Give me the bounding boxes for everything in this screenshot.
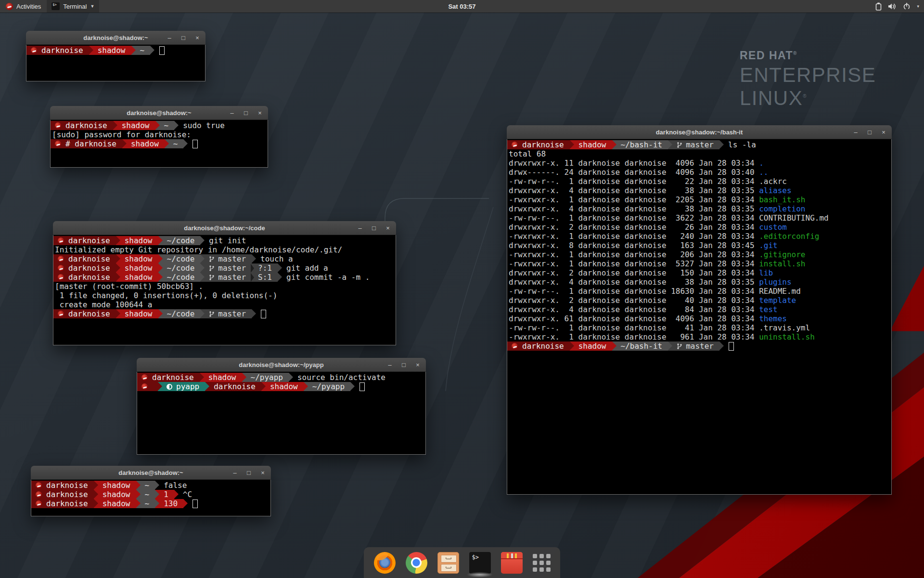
terminal-line: darknoiseshadow~/codemasterS:1git commit…	[53, 273, 396, 282]
terminal-line: drwxrwxr-x. 2 darknoise darknoise 150 Ja…	[507, 268, 891, 277]
prompt-segment-host: shadow	[574, 342, 612, 351]
minimize-button[interactable]: –	[357, 224, 363, 232]
powerline-separator	[183, 499, 188, 508]
terminal-line: -rw-rw-r--. 1 darknoise darknoise 3622 J…	[507, 213, 891, 223]
terminal-line: -rwxrwxr-x. 1 darknoise darknoise 240 Ja…	[507, 232, 891, 241]
terminal-content[interactable]: darknoiseshadow~/bash-itmasterls -latota…	[507, 139, 892, 495]
command-text: git commit -a -m .	[286, 273, 370, 282]
powerline-separator	[158, 263, 163, 273]
separator-triangle	[261, 382, 266, 391]
close-button[interactable]: ×	[257, 109, 263, 117]
activities-button[interactable]: Activities	[0, 0, 47, 13]
minimize-button[interactable]: –	[166, 34, 173, 41]
window-titlebar[interactable]: darknoise@shadow:~/pyapp – □ ×	[137, 358, 426, 372]
prompt-segment-user: darknoise	[26, 46, 89, 55]
close-button[interactable]: ×	[259, 469, 266, 476]
window-title: darknoise@shadow:~/bash-it	[656, 129, 743, 136]
command-text: touch a	[260, 254, 293, 263]
system-status-area[interactable]: ▾	[875, 0, 919, 13]
separator-triangle	[252, 254, 256, 263]
app-menu-label: Terminal	[63, 3, 87, 10]
close-button[interactable]: ×	[880, 129, 887, 136]
file-name: .ackrc	[759, 177, 787, 186]
window-titlebar[interactable]: darknoise@shadow:~ – □ ×	[31, 466, 271, 480]
powerline-separator	[165, 139, 169, 148]
terminal-line: drwxrwxr-x. 4 darknoise darknoise 38 Jan…	[507, 186, 891, 195]
git-branch-icon	[677, 142, 682, 148]
chrome-icon[interactable]	[406, 552, 427, 574]
maximize-button[interactable]: □	[866, 129, 873, 136]
maximize-button[interactable]: □	[180, 34, 187, 41]
maximize-button[interactable]: □	[371, 224, 377, 232]
powerline-separator	[150, 46, 154, 55]
window-titlebar[interactable]: darknoise@shadow:~/code – □ ×	[53, 221, 396, 235]
command-text: ^C	[183, 490, 192, 499]
file-meta: drwxrwxr-x. 2 darknoise darknoise 26 Jan…	[509, 223, 759, 232]
separator-triangle	[94, 481, 98, 489]
terminal-content[interactable]: darknoiseshadow~sudo true[sudo] password…	[50, 120, 268, 168]
file-name: uninstall.sh	[759, 332, 815, 342]
separator-triangle	[570, 342, 574, 350]
separator-triangle	[158, 236, 163, 245]
prompt-segment-user: darknoise	[31, 490, 94, 499]
prompt-segment-path: ~/pyapp	[246, 373, 289, 382]
clock[interactable]: Sat 03:57	[448, 3, 475, 10]
redhat-prompt-icon	[36, 500, 42, 507]
rhel-branding: RED HAT® ENTERPRISE LINUX®	[740, 50, 876, 108]
minimize-button[interactable]: –	[229, 109, 235, 117]
terminal-content[interactable]: darknoiseshadow~	[26, 45, 205, 81]
prompt-segment-user: darknoise	[51, 121, 113, 130]
prompt-segment-user: darknoise	[209, 382, 261, 391]
powerline-separator	[155, 121, 160, 130]
app-menu-terminal[interactable]: $> Terminal ▼	[47, 0, 99, 13]
terminal-content[interactable]: darknoiseshadow~/pyappsource bin/activat…	[137, 372, 426, 455]
close-button[interactable]: ×	[414, 361, 421, 368]
redhat-prompt-icon	[512, 142, 518, 148]
terminal-line: pyappdarknoiseshadow~/pyapp	[137, 382, 425, 391]
redhat-prompt-icon	[58, 311, 64, 317]
prompt-segment-host: shadow	[120, 254, 158, 263]
separator-triangle	[158, 263, 163, 272]
terminal-cursor	[192, 140, 198, 148]
separator-triangle	[158, 273, 163, 281]
terminal-line: drwxrwxr-x. 61 darknoise darknoise 4096 …	[507, 314, 891, 323]
maximize-button[interactable]: □	[400, 361, 407, 368]
redhat-prompt-icon	[31, 47, 37, 53]
dock: $>	[364, 547, 560, 578]
file-meta: -rw-rw-r--. 1 darknoise darknoise 22 Jan…	[509, 177, 759, 186]
separator-triangle	[155, 481, 159, 489]
terminal-line: drwxrwxr-x. 2 darknoise darknoise 26 Jan…	[507, 223, 891, 232]
app-grid-icon[interactable]	[533, 554, 551, 572]
file-manager-icon[interactable]	[437, 552, 459, 574]
minimize-button[interactable]: –	[852, 129, 859, 136]
terminal-line: drwxrwxr-x. 2 darknoise darknoise 40 Jan…	[507, 296, 891, 305]
terminal-line: darknoiseshadow~/codemaster	[53, 309, 396, 318]
firefox-icon[interactable]	[374, 552, 396, 574]
separator-triangle	[612, 140, 616, 149]
powerline-separator	[200, 263, 205, 273]
window-titlebar[interactable]: darknoise@shadow:~ – □ ×	[26, 31, 205, 45]
terminal-line: Initialized empty Git repository in /hom…	[53, 245, 396, 254]
maximize-button[interactable]: □	[243, 109, 249, 117]
maximize-button[interactable]: □	[245, 469, 252, 476]
powerline-separator	[174, 490, 179, 499]
terminal-line: 1 file changed, 0 insertions(+), 0 delet…	[53, 291, 396, 300]
powerline-separator	[668, 140, 672, 149]
minimize-button[interactable]: –	[231, 469, 238, 476]
terminal-content[interactable]: darknoiseshadow~/codegit initInitialized…	[53, 235, 396, 345]
terminal-line: drwxrwxr-x. 4 darknoise darknoise 38 Jan…	[507, 204, 891, 213]
prompt-segment-user: darknoise	[53, 254, 116, 263]
close-button[interactable]: ×	[194, 34, 201, 41]
file-name: themes	[759, 314, 787, 323]
window-titlebar[interactable]: darknoise@shadow:~/bash-it – □ ×	[507, 125, 892, 139]
terminal-line: drwx------. 24 darknoise darknoise 4096 …	[507, 168, 891, 177]
window-titlebar[interactable]: darknoise@shadow:~ – □ ×	[50, 106, 268, 120]
close-button[interactable]: ×	[385, 224, 391, 232]
terminal-app-icon[interactable]: $>	[469, 552, 491, 574]
terminal-content[interactable]: darknoiseshadow~falsedarknoiseshadow~1^C…	[31, 480, 271, 516]
powerline-separator	[136, 490, 141, 499]
toolbox-icon[interactable]	[501, 552, 523, 574]
terminal-line: darknoiseshadow~/codemastertouch a	[53, 254, 396, 263]
minimize-button[interactable]: –	[386, 361, 393, 368]
separator-triangle	[165, 139, 169, 148]
